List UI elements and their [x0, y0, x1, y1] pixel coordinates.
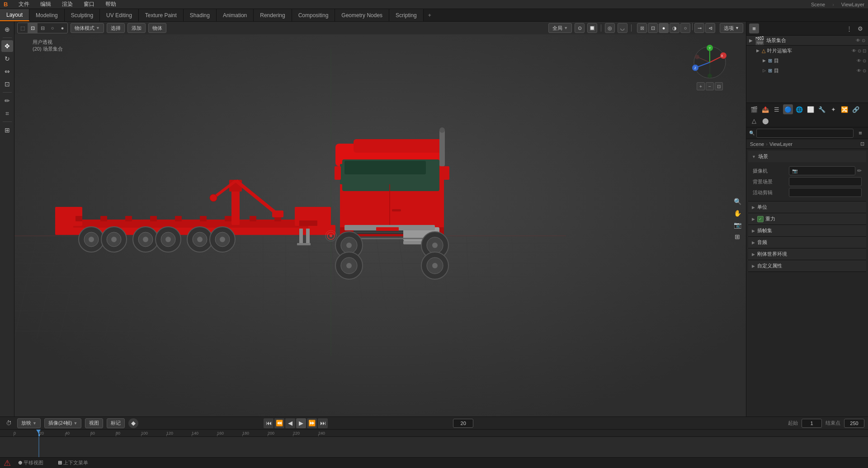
- prop-constraints-icon[interactable]: 🔗: [851, 104, 861, 114]
- quad-view-button[interactable]: ⊞: [732, 232, 742, 242]
- menu-file[interactable]: 文件: [17, 0, 31, 8]
- tab-rendering[interactable]: Rendering: [254, 9, 292, 21]
- shading-lpe[interactable]: ◑: [670, 23, 679, 33]
- menu-render[interactable]: 渲染: [60, 0, 75, 8]
- jump-start-button[interactable]: ⏮: [264, 418, 274, 428]
- outliner-select-icon[interactable]: ⊙: [862, 38, 865, 43]
- prop-object-icon[interactable]: ⬜: [806, 104, 816, 114]
- tool-transform[interactable]: ⊡: [1, 78, 13, 90]
- gizmo-button[interactable]: ⊲: [705, 23, 715, 33]
- tab-layout[interactable]: Layout: [0, 9, 29, 21]
- zoom-fit-button[interactable]: ⊡: [715, 82, 723, 90]
- viewport-add-button[interactable]: 添加: [127, 23, 146, 33]
- prop-output-icon[interactable]: 📤: [760, 104, 770, 114]
- tab-animation[interactable]: Animation: [217, 9, 254, 21]
- tree-render-1[interactable]: ⊡: [863, 48, 866, 53]
- prop-material-icon[interactable]: ⬤: [760, 116, 770, 126]
- prop-scene-icon[interactable]: 🔵: [783, 104, 793, 114]
- prop-world-icon[interactable]: 🌐: [794, 104, 804, 114]
- breadcrumb-action-icon[interactable]: ⊡: [860, 141, 864, 147]
- tab-texture-paint[interactable]: Texture Paint: [139, 9, 184, 21]
- filter-icon-props[interactable]: ≡: [855, 128, 865, 138]
- tab-sculpting[interactable]: Sculpting: [65, 9, 100, 21]
- snap-button[interactable]: 🔲: [587, 23, 597, 33]
- tab-add-button[interactable]: +: [424, 9, 436, 21]
- prop-render-icon[interactable]: 🎬: [749, 104, 759, 114]
- next-frame-button[interactable]: ⏩: [307, 418, 317, 428]
- audio-section-header[interactable]: ▶ 音频: [748, 237, 866, 248]
- tree-eye-1[interactable]: 👁: [852, 48, 856, 53]
- options-button[interactable]: 选项 ▼: [720, 23, 743, 33]
- tree-restrict-2[interactable]: ⊙: [863, 58, 866, 63]
- prop-particles-icon[interactable]: ✦: [828, 104, 838, 114]
- tree-restrict-3[interactable]: ⊙: [863, 68, 866, 73]
- tab-compositing[interactable]: Compositing: [292, 9, 335, 21]
- zoom-out-button[interactable]: −: [706, 82, 714, 90]
- prop-physics-icon[interactable]: 🔀: [840, 104, 849, 114]
- tool-cursor[interactable]: ⊕: [1, 23, 13, 35]
- shading-render[interactable]: ○: [680, 23, 690, 33]
- camera-edit-icon[interactable]: ✏: [857, 168, 862, 174]
- viewport-global-button[interactable]: 全局 ▼: [548, 23, 572, 33]
- tool-scale[interactable]: ⇔: [1, 66, 13, 77]
- tool-rotate[interactable]: ↻: [1, 53, 13, 65]
- rigid-section-header[interactable]: ▶ 刚体世界环境: [748, 248, 866, 260]
- proportional-edit-button[interactable]: ◎: [605, 23, 615, 33]
- camera-view-button[interactable]: 📷: [732, 220, 742, 230]
- keying-section-header[interactable]: ▶ 插帧集: [748, 225, 866, 236]
- play-reverse-button[interactable]: ◀: [285, 418, 295, 428]
- prop-data-icon[interactable]: △: [749, 116, 759, 126]
- mode-icon-2[interactable]: ⊡: [28, 23, 38, 33]
- tree-eye-2[interactable]: 👁: [857, 58, 861, 63]
- timeline-editor-icon[interactable]: ⏱: [4, 418, 14, 428]
- outliner-editor-icon[interactable]: ≡: [749, 23, 759, 33]
- mode-icon-4[interactable]: ○: [47, 23, 57, 33]
- camera-value[interactable]: 📷: [789, 166, 855, 175]
- gravity-checkbox[interactable]: ✓: [757, 216, 764, 222]
- scene-section-header[interactable]: ▼ 场景: [748, 151, 866, 162]
- tl-marker-button[interactable]: 标记: [107, 418, 125, 428]
- bg-scene-value[interactable]: [789, 177, 862, 186]
- custom-props-header[interactable]: ▶ 自定义属性: [748, 260, 866, 271]
- tree-item-sub1[interactable]: ▶ ⊞ 目 👁 ⊙: [746, 56, 868, 66]
- breadcrumb-viewlayer[interactable]: ViewLayer: [769, 141, 793, 147]
- viewport-view-button[interactable]: 选择: [107, 23, 125, 33]
- prop-view-layer-icon[interactable]: ☰: [772, 104, 782, 114]
- tree-camera-1[interactable]: ⊙: [858, 48, 861, 53]
- breadcrumb-scene[interactable]: Scene: [750, 141, 764, 147]
- outliner-filter-icon[interactable]: ⋮: [844, 23, 854, 33]
- object-mode-button[interactable]: 物体模式 ▼: [71, 23, 104, 33]
- mode-icon-1[interactable]: ⬚: [18, 23, 28, 33]
- tool-measure[interactable]: ⌗: [1, 108, 13, 119]
- play-button[interactable]: ▶: [296, 418, 306, 428]
- timeline-track[interactable]: [0, 437, 868, 457]
- unit-section-header[interactable]: ▶ 单位: [748, 201, 866, 213]
- tab-scripting[interactable]: Scripting: [389, 9, 424, 21]
- shading-solid[interactable]: ●: [659, 23, 669, 33]
- prop-modifier-icon[interactable]: 🔧: [817, 104, 827, 114]
- tab-modeling[interactable]: Modeling: [29, 9, 65, 21]
- menu-window[interactable]: 窗口: [82, 0, 96, 8]
- fps-button[interactable]: 插像(24帧) ▼: [44, 418, 81, 428]
- mode-icon-5[interactable]: ●: [57, 23, 67, 33]
- tool-annotate[interactable]: ✏: [1, 95, 13, 107]
- menu-help[interactable]: 帮助: [104, 0, 118, 8]
- timeline-ruler-area[interactable]: 0 20 40 60 80 100 120 140 160 180 200 22…: [0, 430, 868, 457]
- outliner-settings-icon[interactable]: ⚙: [855, 23, 865, 33]
- menu-edit[interactable]: 编辑: [38, 0, 53, 8]
- gravity-section-header[interactable]: ▶ ✓ 重力: [748, 213, 866, 225]
- properties-search-input[interactable]: [756, 129, 854, 138]
- tree-item-truck[interactable]: ▶ △ 叶片运输车 👁 ⊙ ⊡: [746, 46, 868, 56]
- tab-geometry-nodes[interactable]: Geometry Nodes: [335, 9, 389, 21]
- search-tool-button[interactable]: 🔍: [732, 197, 742, 206]
- viewport-object-button[interactable]: 物体: [148, 23, 166, 33]
- current-frame-input[interactable]: 20: [453, 419, 473, 428]
- end-frame-input[interactable]: [844, 419, 864, 428]
- tool-add[interactable]: ⊞: [1, 124, 13, 136]
- shading-wire[interactable]: ⊡: [648, 23, 658, 33]
- start-frame-input[interactable]: [802, 419, 822, 428]
- tree-eye-3[interactable]: 👁: [857, 68, 861, 73]
- tab-shading[interactable]: Shading: [184, 9, 217, 21]
- playback-button[interactable]: 放映 ▼: [17, 418, 41, 428]
- keyframe-dot-button[interactable]: ◆: [128, 418, 138, 428]
